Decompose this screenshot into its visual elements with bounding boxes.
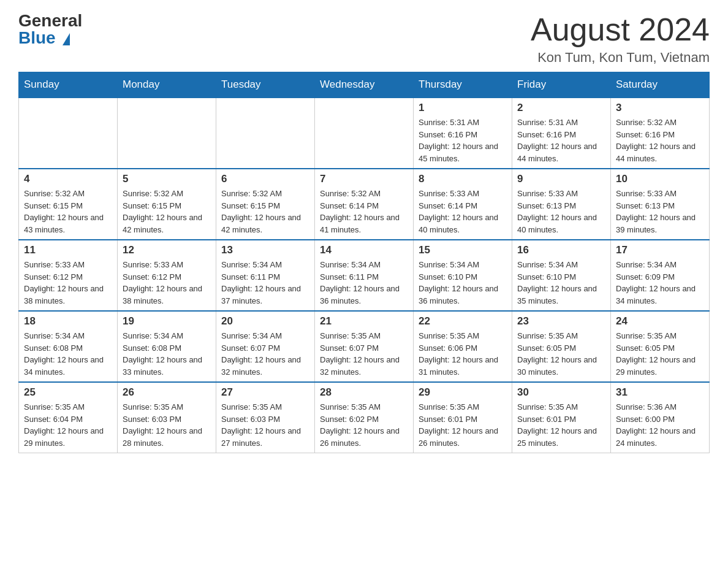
day-info: Sunrise: 5:35 AM Sunset: 6:05 PM Dayligh… [517,330,605,378]
days-header-row: SundayMondayTuesdayWednesdayThursdayFrid… [19,72,710,98]
day-info: Sunrise: 5:35 AM Sunset: 6:04 PM Dayligh… [24,401,112,449]
day-info: Sunrise: 5:34 AM Sunset: 6:10 PM Dayligh… [517,259,605,307]
day-info: Sunrise: 5:32 AM Sunset: 6:16 PM Dayligh… [616,117,704,164]
day-number: 18 [24,315,112,327]
calendar-cell: 14Sunrise: 5:34 AM Sunset: 6:11 PM Dayli… [315,240,414,311]
calendar-cell: 10Sunrise: 5:33 AM Sunset: 6:13 PM Dayli… [611,169,710,240]
calendar-cell: 23Sunrise: 5:35 AM Sunset: 6:05 PM Dayli… [512,311,611,382]
day-header-monday: Monday [118,72,216,98]
day-info: Sunrise: 5:34 AM Sunset: 6:10 PM Dayligh… [419,259,507,307]
day-info: Sunrise: 5:34 AM Sunset: 6:07 PM Dayligh… [221,330,309,378]
day-number: 14 [320,244,408,256]
logo-blue: Blue [18,29,82,47]
day-number: 19 [123,315,211,327]
day-info: Sunrise: 5:35 AM Sunset: 6:03 PM Dayligh… [221,401,309,449]
day-number: 23 [517,315,605,327]
day-info: Sunrise: 5:31 AM Sunset: 6:16 PM Dayligh… [419,117,507,164]
day-number: 20 [221,315,309,327]
day-number: 21 [320,315,408,327]
day-header-thursday: Thursday [414,72,512,98]
day-info: Sunrise: 5:31 AM Sunset: 6:16 PM Dayligh… [517,117,605,164]
day-info: Sunrise: 5:33 AM Sunset: 6:13 PM Dayligh… [616,188,704,236]
day-info: Sunrise: 5:33 AM Sunset: 6:12 PM Dayligh… [123,259,211,307]
location: Kon Tum, Kon Tum, Vietnam [531,50,710,66]
calendar-cell: 8Sunrise: 5:33 AM Sunset: 6:14 PM Daylig… [414,169,512,240]
day-number: 25 [24,386,112,399]
day-number: 6 [221,173,309,185]
calendar-cell [315,98,414,169]
week-row-3: 11Sunrise: 5:33 AM Sunset: 6:12 PM Dayli… [19,240,710,311]
calendar-cell: 19Sunrise: 5:34 AM Sunset: 6:08 PM Dayli… [118,311,216,382]
day-number: 26 [123,386,211,399]
calendar-cell: 29Sunrise: 5:35 AM Sunset: 6:01 PM Dayli… [414,382,512,453]
calendar-table: SundayMondayTuesdayWednesdayThursdayFrid… [18,72,710,453]
day-info: Sunrise: 5:35 AM Sunset: 6:07 PM Dayligh… [320,330,408,378]
calendar-cell: 7Sunrise: 5:32 AM Sunset: 6:14 PM Daylig… [315,169,414,240]
calendar-cell: 24Sunrise: 5:35 AM Sunset: 6:05 PM Dayli… [611,311,710,382]
day-number: 29 [419,386,507,399]
day-number: 3 [616,102,704,114]
calendar-cell: 26Sunrise: 5:35 AM Sunset: 6:03 PM Dayli… [118,382,216,453]
day-info: Sunrise: 5:35 AM Sunset: 6:01 PM Dayligh… [419,401,507,449]
calendar-cell: 28Sunrise: 5:35 AM Sunset: 6:02 PM Dayli… [315,382,414,453]
logo: General Blue [18,12,82,47]
day-number: 15 [419,244,507,256]
day-number: 9 [517,173,605,185]
week-row-5: 25Sunrise: 5:35 AM Sunset: 6:04 PM Dayli… [19,382,710,453]
calendar-cell: 21Sunrise: 5:35 AM Sunset: 6:07 PM Dayli… [315,311,414,382]
calendar-cell: 20Sunrise: 5:34 AM Sunset: 6:07 PM Dayli… [216,311,315,382]
day-number: 2 [517,102,605,114]
logo-triangle-icon [63,33,70,45]
day-number: 4 [24,173,112,185]
calendar-cell: 12Sunrise: 5:33 AM Sunset: 6:12 PM Dayli… [118,240,216,311]
title-block: August 2024 Kon Tum, Kon Tum, Vietnam [531,12,710,66]
week-row-4: 18Sunrise: 5:34 AM Sunset: 6:08 PM Dayli… [19,311,710,382]
logo-general: General [18,12,82,29]
calendar-cell: 22Sunrise: 5:35 AM Sunset: 6:06 PM Dayli… [414,311,512,382]
day-info: Sunrise: 5:32 AM Sunset: 6:15 PM Dayligh… [24,188,112,236]
day-number: 1 [419,102,507,114]
day-number: 10 [616,173,704,185]
calendar-cell: 31Sunrise: 5:36 AM Sunset: 6:00 PM Dayli… [611,382,710,453]
day-info: Sunrise: 5:32 AM Sunset: 6:15 PM Dayligh… [123,188,211,236]
day-number: 7 [320,173,408,185]
day-number: 28 [320,386,408,399]
day-number: 31 [616,386,704,399]
day-number: 11 [24,244,112,256]
day-info: Sunrise: 5:33 AM Sunset: 6:12 PM Dayligh… [24,259,112,307]
calendar-cell: 1Sunrise: 5:31 AM Sunset: 6:16 PM Daylig… [414,98,512,169]
week-row-2: 4Sunrise: 5:32 AM Sunset: 6:15 PM Daylig… [19,169,710,240]
calendar-cell: 18Sunrise: 5:34 AM Sunset: 6:08 PM Dayli… [19,311,118,382]
day-number: 24 [616,315,704,327]
day-info: Sunrise: 5:34 AM Sunset: 6:08 PM Dayligh… [123,330,211,378]
day-header-saturday: Saturday [611,72,710,98]
calendar-cell: 30Sunrise: 5:35 AM Sunset: 6:01 PM Dayli… [512,382,611,453]
calendar-cell [216,98,315,169]
calendar-cell: 25Sunrise: 5:35 AM Sunset: 6:04 PM Dayli… [19,382,118,453]
calendar-cell: 15Sunrise: 5:34 AM Sunset: 6:10 PM Dayli… [414,240,512,311]
day-info: Sunrise: 5:35 AM Sunset: 6:05 PM Dayligh… [616,330,704,378]
day-number: 8 [419,173,507,185]
day-info: Sunrise: 5:34 AM Sunset: 6:11 PM Dayligh… [221,259,309,307]
day-header-friday: Friday [512,72,611,98]
calendar-cell: 5Sunrise: 5:32 AM Sunset: 6:15 PM Daylig… [118,169,216,240]
day-number: 27 [221,386,309,399]
day-number: 17 [616,244,704,256]
day-info: Sunrise: 5:34 AM Sunset: 6:11 PM Dayligh… [320,259,408,307]
calendar-cell: 4Sunrise: 5:32 AM Sunset: 6:15 PM Daylig… [19,169,118,240]
week-row-1: 1Sunrise: 5:31 AM Sunset: 6:16 PM Daylig… [19,98,710,169]
day-info: Sunrise: 5:35 AM Sunset: 6:02 PM Dayligh… [320,401,408,449]
day-info: Sunrise: 5:34 AM Sunset: 6:09 PM Dayligh… [616,259,704,307]
calendar-cell: 17Sunrise: 5:34 AM Sunset: 6:09 PM Dayli… [611,240,710,311]
day-info: Sunrise: 5:32 AM Sunset: 6:14 PM Dayligh… [320,188,408,236]
day-number: 30 [517,386,605,399]
calendar-cell [118,98,216,169]
calendar-cell: 3Sunrise: 5:32 AM Sunset: 6:16 PM Daylig… [611,98,710,169]
day-number: 22 [419,315,507,327]
calendar-cell: 27Sunrise: 5:35 AM Sunset: 6:03 PM Dayli… [216,382,315,453]
day-number: 16 [517,244,605,256]
day-header-wednesday: Wednesday [315,72,414,98]
day-number: 13 [221,244,309,256]
day-info: Sunrise: 5:35 AM Sunset: 6:03 PM Dayligh… [123,401,211,449]
page-header: General Blue August 2024 Kon Tum, Kon Tu… [18,12,710,66]
